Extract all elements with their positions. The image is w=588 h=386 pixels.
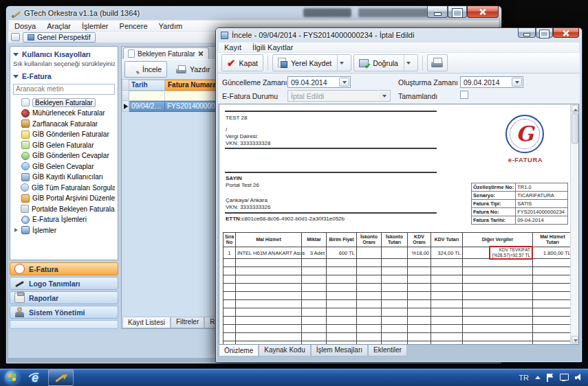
sidebar-item[interactable]: GİB Gelen Cevaplar [14, 161, 115, 172]
completed-label: Tamamlandı [398, 92, 437, 100]
current-row-icon [124, 104, 128, 109]
background-window-blob [303, 8, 351, 17]
created-time-picker[interactable]: 09.04.2014 [460, 76, 523, 88]
windows-logo-icon [5, 370, 19, 385]
invoice-titlebar[interactable]: İncele - 09/04/2014 - FYS2014000000234 -… [216, 28, 582, 42]
update-time-picker[interactable]: 09.04.2014 [287, 76, 351, 88]
sidebar-nav: E-Fatura Logo Tanımları Raporlar [10, 262, 118, 329]
seal-invoices-icon [21, 109, 30, 117]
close-button[interactable] [467, 6, 499, 18]
close-record-button[interactable]: ✔ Kapat [221, 54, 263, 71]
internet-explorer-button[interactable]: e [23, 370, 47, 386]
efatura-operations-icon [21, 216, 30, 224]
scroll-down-icon[interactable] [571, 336, 578, 343]
minimize-button[interactable] [427, 6, 448, 18]
sidebar-item[interactable]: GİB Gelen Faturalar [14, 140, 115, 151]
save-dropdown-button[interactable] [337, 55, 346, 71]
print-button[interactable]: Yazdır [171, 61, 215, 78]
volume-icon[interactable] [575, 374, 582, 381]
buyer-name: Portal Test 26 [226, 182, 259, 189]
menu-item[interactable]: İlgili Kayıtlar [247, 43, 298, 52]
language-indicator[interactable]: TR [519, 374, 529, 382]
nav-button[interactable]: Logo Tanımları [10, 277, 118, 290]
items-column-header: KDV Oranı [408, 233, 431, 247]
print-invoice-button[interactable] [427, 54, 448, 71]
sidebar-item[interactable]: GİB Kayıtlı Kullanıcıları [14, 172, 115, 183]
close-button[interactable] [553, 28, 579, 38]
local-save-button[interactable]: Yerel Kaydet [272, 54, 351, 71]
preview-scrollbar[interactable] [570, 104, 578, 344]
orkestra-taskbar-button[interactable] [48, 370, 74, 386]
sidebar-item[interactable]: Bekleyen Faturalar [14, 98, 115, 109]
shortcuts-hint: Sık kullanılan seçeneği sürükleyiniz [13, 60, 115, 71]
restore-button[interactable] [536, 28, 553, 38]
printer-icon [431, 58, 444, 68]
sidebar-item[interactable]: E-Fatura İşlemleri [14, 214, 115, 225]
tab-bekleyen-faturalar[interactable]: Bekleyen Faturalar [123, 47, 209, 59]
local-save-label: Yerel Kaydet [291, 59, 331, 67]
sidebar-item[interactable]: GİB Portal Arşivini Düzenle [14, 193, 115, 204]
divider [225, 148, 437, 149]
system-tray: TR [519, 374, 588, 382]
invoice-bottom-tab[interactable]: Önizleme [219, 345, 259, 356]
dropdown-button[interactable] [339, 78, 349, 87]
column-header-date[interactable]: Tarih [129, 80, 165, 91]
collapse-icon [13, 53, 19, 56]
invoice-bottom-tab[interactable]: Eklentiler [368, 345, 407, 356]
invoice-bottom-tab[interactable]: Kaynak Kodu [259, 345, 311, 356]
date-filter-cell[interactable] [129, 91, 165, 101]
operations-icon [21, 226, 30, 234]
sidebar-item[interactable]: Mühürlenecek Faturalar [14, 108, 115, 119]
sidebar-item[interactable]: GİB Tüm Faturaları Sorgula [14, 183, 115, 194]
document-icon [128, 49, 135, 58]
perspective-label: Genel Perspektif [37, 33, 91, 41]
scrollbar-thumb[interactable] [571, 113, 578, 144]
network-icon[interactable] [560, 374, 569, 381]
divider [225, 172, 437, 173]
invoice-date-cell[interactable]: 09/04/2014 [129, 101, 165, 112]
minimize-button[interactable] [518, 28, 536, 38]
buyer-city: Çankaya/ Ankara [226, 197, 268, 204]
nav-button[interactable]: Raporlar [10, 291, 118, 304]
nav-button[interactable]: Sistem Yönetimi [10, 306, 118, 319]
invoice-menubar: Kayıt İlgili Kayıtlar [218, 42, 580, 53]
menu-item[interactable]: Araçlar [41, 22, 76, 30]
menu-item[interactable]: Kayıt [219, 43, 247, 52]
nav-button[interactable]: E-Fatura [10, 262, 118, 275]
items-header-row: Sıra No Mal Hizmet Miktar Birim Fiyat İs… [224, 233, 573, 247]
list-bottom-tab[interactable]: Kayıt Listesi [122, 317, 171, 328]
verify-dropdown-button[interactable] [404, 55, 413, 71]
sidebar-item[interactable]: Zarflanacak Faturalar [14, 119, 115, 130]
sidebar-item-label: GİB Gönderilen Faturalar [32, 130, 109, 138]
save-icon [278, 58, 287, 68]
supplier-line2: / [226, 126, 227, 133]
maximize-button[interactable] [448, 6, 467, 18]
sidebar-item[interactable]: Portalde Bekleyen Faturalar [14, 204, 115, 215]
sidebar-item[interactable]: GİB Gönderilen Faturalar [14, 129, 115, 140]
inspect-button[interactable]: İncele [124, 61, 167, 78]
gib-received-invoices-icon [21, 141, 30, 149]
sidebar-item[interactable]: İşlemler [14, 225, 115, 236]
menu-item[interactable]: Yardım [153, 22, 188, 30]
search-input[interactable] [13, 84, 115, 95]
shortcuts-header[interactable]: Kullanıcı Kısayolları [13, 49, 115, 60]
start-button[interactable] [0, 369, 23, 386]
scroll-up-icon[interactable] [571, 105, 578, 113]
menu-item[interactable]: Dosya [9, 22, 41, 30]
tab-close-icon[interactable] [198, 51, 204, 57]
general-perspective-button[interactable]: Genel Perspektif [23, 32, 96, 43]
sidebar-item[interactable]: GİB Gönderilen Cevaplar [14, 150, 115, 161]
action-center-flag-icon[interactable] [547, 374, 554, 382]
main-titlebar[interactable]: GTech Orkestra v1.1a (build 1364) [6, 6, 501, 20]
efatura-section-header[interactable]: E-Fatura [13, 71, 115, 82]
completed-checkbox[interactable] [460, 91, 468, 99]
sidebar-item-label: Zarflanacak Faturalar [32, 120, 98, 128]
verify-button[interactable]: ✔ Doğrula [353, 54, 418, 71]
show-hidden-icons[interactable] [535, 376, 541, 379]
menu-item[interactable]: Pencere [114, 22, 153, 30]
dropdown-button[interactable] [512, 78, 522, 87]
perspective-list-icon[interactable] [11, 33, 20, 41]
invoice-bottom-tab[interactable]: İşlem Mesajları [311, 345, 368, 356]
list-bottom-tab[interactable]: Filtreler [171, 317, 204, 328]
menu-item[interactable]: İşlemler [76, 22, 114, 30]
